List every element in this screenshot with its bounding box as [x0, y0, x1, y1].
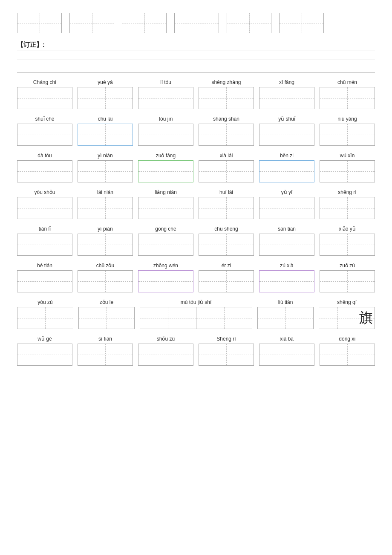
- pinyin-label-r7-c3: Shēng rì: [199, 336, 254, 343]
- char-box-row-5: [17, 270, 375, 292]
- char-box-r2-c4: [259, 160, 314, 182]
- top-box-6: [279, 13, 324, 33]
- pinyin-label-row-1: shuǐ chēchū láitóu jīnshàng shānyǔ shuǐn…: [17, 116, 375, 123]
- char-box-r0-c1: [78, 87, 133, 109]
- pinyin-label-row-4: tián lǐyí piàngōng chēchū shēngsān tiānx…: [17, 226, 375, 233]
- char-box-r1-c2: [138, 124, 193, 146]
- char-box-r3-c5: [320, 197, 375, 219]
- char-box-r0-c0: [17, 87, 72, 109]
- divider-1: [17, 60, 375, 60]
- pinyin-label-r6-c1: zǒu le: [78, 299, 135, 306]
- pinyin-label-r0-c1: yuè yá: [78, 79, 133, 86]
- top-box-3: [122, 13, 167, 33]
- main-pinyin-grid: Cháng chǐyuè yálǐ tóushēng zhǎngxī fāngc…: [17, 79, 375, 366]
- char-box-r1-c1: [78, 124, 133, 146]
- pinyin-label-r1-c1: chū lái: [78, 116, 133, 123]
- pinyin-label-r2-c1: yì nián: [78, 153, 133, 159]
- pinyin-label-r5-c2: zhōng wén: [138, 263, 193, 269]
- top-box-1: [17, 13, 62, 33]
- pinyin-label-row-5: hé tiánchū zǒuzhōng wénér zizú xiàzuǒ zú: [17, 263, 375, 269]
- pinyin-label-row-0: Cháng chǐyuè yálǐ tóushēng zhǎngxī fāngc…: [17, 79, 375, 86]
- char-box-r7-c4: [259, 344, 314, 366]
- char-box-r1-c3: [199, 124, 254, 146]
- divider-2: [17, 72, 375, 72]
- pinyin-label-r6-c2: mù tóu jiǔ shí: [140, 299, 252, 306]
- char-box-r0-c4: [259, 87, 314, 109]
- char-box-r2-c5: [320, 160, 375, 182]
- pinyin-label-r1-c0: shuǐ chē: [17, 116, 72, 123]
- char-box-r3-c0: [17, 197, 72, 219]
- top-boxes-row: [17, 13, 375, 33]
- pinyin-label-r1-c3: shàng shān: [199, 116, 254, 123]
- char-box-r5-c0: [17, 270, 72, 292]
- pinyin-label-r7-c2: shǒu zú: [138, 336, 193, 343]
- pinyin-label-r4-c2: gōng chē: [138, 226, 193, 233]
- char-box-r2-c1: [78, 160, 133, 182]
- char-box-r2-c2: [138, 160, 193, 182]
- char-box-r7-c3: [199, 344, 254, 366]
- char-box-r4-c2: [138, 234, 193, 256]
- char-box-row-7: [17, 344, 375, 366]
- char-box-r4-c3: [199, 234, 254, 256]
- char-box-r5-c1: [78, 270, 133, 292]
- char-box-r3-c1: [78, 197, 133, 219]
- top-box-4: [174, 13, 219, 33]
- char-box-r3-c3: [199, 197, 254, 219]
- pinyin-label-r1-c4: yǔ shuǐ: [259, 116, 314, 123]
- pinyin-label-r7-c1: sì tiān: [78, 336, 133, 343]
- pinyin-label-r3-c4: yǔ yī: [259, 189, 314, 196]
- char-box-r5-c2: [138, 270, 193, 292]
- pinyin-label-r2-c0: dà tóu: [17, 153, 72, 159]
- pinyin-label-r4-c3: chū shēng: [199, 226, 254, 233]
- char-box-row-4: [17, 234, 375, 256]
- pinyin-label-r2-c4: běn zi: [259, 153, 314, 159]
- pinyin-label-r7-c4: xià bā: [259, 336, 314, 343]
- pinyin-label-row-3: yòu shǒulái niánliǎng niánhuí láiyǔ yīsh…: [17, 189, 375, 196]
- pinyin-label-r2-c3: xià lái: [199, 153, 254, 159]
- char-box-r4-c0: [17, 234, 72, 256]
- char-box-r5-c4: [259, 270, 314, 292]
- char-box-row-3: [17, 197, 375, 219]
- char-box-r3-c4: [259, 197, 314, 219]
- pinyin-label-r6-c3: liù tiān: [257, 299, 314, 306]
- pinyin-label-r4-c1: yí piàn: [78, 226, 133, 233]
- char-box-r0-c2: [138, 87, 193, 109]
- char-box-r7-c0: [17, 344, 72, 366]
- char-box-r7-c5: [320, 344, 375, 366]
- char-box-r4-c5: [320, 234, 375, 256]
- char-box-r5-c5: [320, 270, 375, 292]
- char-box-r4-c1: [78, 234, 133, 256]
- pinyin-label-r1-c2: tóu jīn: [138, 116, 193, 123]
- pinyin-label-r5-c4: zú xià: [259, 263, 314, 269]
- pinyin-label-r1-c5: niú yáng: [320, 116, 375, 123]
- correction-section: 【订正】:: [17, 41, 375, 55]
- pinyin-label-r0-c0: Cháng chǐ: [17, 79, 72, 86]
- pinyin-label-row-2: dà tóuyì niánzuǒ fāngxià láiběn ziwú xīn: [17, 153, 375, 159]
- pinyin-label-r5-c1: chū zǒu: [78, 263, 133, 269]
- pinyin-label-r2-c2: zuǒ fāng: [138, 153, 193, 159]
- char-box-r5-c3: [199, 270, 254, 292]
- char-box-r1-c0: [17, 124, 72, 146]
- char-box-row-6: 旗: [17, 307, 375, 329]
- pinyin-label-r3-c5: shēng rì: [320, 189, 375, 196]
- top-box-5: [227, 13, 271, 33]
- char-box-r1-c5: [320, 124, 375, 146]
- pinyin-label-r3-c2: liǎng nián: [138, 189, 193, 196]
- char-box-r3-c2: [138, 197, 193, 219]
- char-box-row-2: [17, 160, 375, 182]
- pinyin-label-r6-c4: shēng qí: [319, 299, 375, 306]
- char-box-r6-c3: [257, 307, 314, 329]
- pinyin-label-r7-c0: wǔ gè: [17, 336, 72, 343]
- char-box-r0-c5: [320, 87, 375, 109]
- char-box-r6-c1: [78, 307, 135, 329]
- pinyin-label-row-6: yòu zúzǒu lemù tóu jiǔ shíliù tiānshēng …: [17, 299, 375, 306]
- char-box-r6-c2: [140, 307, 252, 329]
- char-box-r6-c0: [17, 307, 73, 329]
- char-box-r2-c3: [199, 160, 254, 182]
- pinyin-label-row-7: wǔ gèsì tiānshǒu zúShēng rìxià bādōng xī: [17, 336, 375, 343]
- correction-label: 【订正】:: [17, 41, 375, 50]
- pinyin-label-r5-c0: hé tián: [17, 263, 72, 269]
- pinyin-label-r4-c0: tián lǐ: [17, 226, 72, 233]
- char-box-row-0: [17, 87, 375, 109]
- char-box-r1-c4: [259, 124, 314, 146]
